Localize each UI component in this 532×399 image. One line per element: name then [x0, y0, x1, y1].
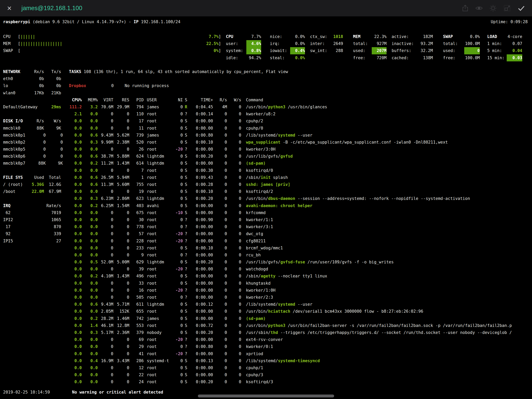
pid: 24 [129, 378, 144, 385]
cpu-time: 0:00.00 [191, 238, 213, 245]
check-icon[interactable] [517, 5, 525, 12]
read-rate: 0 [213, 378, 227, 385]
cpu-time: 0:00.72 [191, 322, 213, 329]
write-rate: 0 [227, 216, 241, 223]
dropbox-message: No running process [114, 82, 532, 89]
process-row: 0.0 0.3 9.90M 2.38M 520 root 0 S 0:00.10… [69, 139, 532, 146]
nice: 0 [172, 258, 183, 265]
close-tab-button[interactable]: × [5, 4, 14, 12]
read-rate: 0 [213, 223, 227, 230]
share-icon[interactable] [462, 5, 469, 12]
col-rs[interactable]: R/s [213, 97, 227, 103]
command: kworker/1:1 [241, 216, 532, 223]
pid: 379 [129, 329, 144, 336]
res-size: 0 [113, 146, 129, 153]
col-mem[interactable]: MEM% [82, 97, 98, 103]
mem-percent: 0.0 [82, 350, 98, 357]
user: systemd-t [144, 357, 172, 364]
pid: 739 [129, 132, 144, 139]
mem-percent: 0.2 [82, 273, 98, 280]
state: S [183, 174, 191, 181]
cpu-time: 0:00.00 [191, 371, 213, 378]
cpu-time: 0:00.28 [191, 181, 213, 188]
read-rate: 0 [213, 230, 227, 237]
res-size: 0 [113, 364, 129, 371]
command: krfcommd [241, 209, 532, 216]
write-rate: 0 [227, 329, 241, 336]
eye-icon[interactable] [475, 5, 483, 12]
col-command[interactable]: Command [241, 97, 532, 103]
read-rate: 0 [213, 273, 227, 280]
command: kworker/0:1 [241, 343, 532, 350]
mem-percent: 0.0 [82, 110, 98, 117]
stat-row: 5 min:0.04 [487, 47, 522, 54]
read-rate: 0 [213, 245, 227, 251]
home-indicator[interactable] [198, 394, 334, 398]
cpu-time: 0:00.00 [191, 287, 213, 294]
res-size: 0 [113, 251, 129, 258]
stat-row: cached:138M [392, 54, 433, 61]
col-ws[interactable]: W/s [227, 97, 241, 103]
nice: -20 [172, 287, 183, 294]
process-row: 0.0 0.3 6.23M 2.86M 623 lightdm 0 S 0:00… [69, 195, 532, 202]
ip-address: 192.168.1.100/24 [139, 19, 180, 24]
pid: 778 [129, 223, 144, 230]
process-row: 0.0 0.0 0 0 16 root -20 ? 0:00.00 0 0 kw… [69, 287, 532, 294]
nice: 0 [172, 322, 183, 329]
user: root [144, 343, 172, 350]
cpu-percent: 0.0 [69, 265, 82, 273]
col-res[interactable]: RES [113, 97, 129, 103]
process-row: 0.0 0.0 0 0 7 root 0 S 0:00.30 0 0 ksoft… [69, 167, 532, 174]
state: S [183, 153, 191, 160]
cpu-time: 0:00.00 [191, 315, 213, 322]
process-row: 0.0 0.0 0 0 24 root 0 S 0:00.20 0 0 ksof… [69, 378, 532, 385]
terminal-screen[interactable]: raspberrypi (debian 9.6 32bit / Linux 4.… [0, 16, 532, 399]
load-stats: LOAD4-core1 min:0.075 min:0.0415 min:0.0… [487, 33, 522, 61]
gear-icon[interactable] [489, 4, 497, 12]
cpu-percent: 0.0 [69, 223, 82, 230]
nice: 0 [172, 371, 183, 378]
user: root [144, 209, 172, 216]
disk-row: mmcblk0p200 [3, 139, 61, 146]
col-pid[interactable]: PID [129, 97, 144, 103]
state: S [183, 245, 191, 251]
col-state[interactable]: S [183, 97, 191, 103]
res-size: 0 [113, 287, 129, 294]
virt-size: 0 [98, 146, 113, 153]
nice: 0 [172, 117, 183, 124]
resize-icon[interactable] [503, 5, 511, 12]
pid: 7 [129, 167, 144, 174]
cpu-time: 0:00.00 [191, 273, 213, 280]
command: /lib/systemd/systemd-timesyncd [241, 357, 532, 364]
command: /sbin/agetty --noclear tty1 linux [241, 273, 532, 280]
col-user[interactable]: USER [144, 97, 172, 103]
disk-row: mmcblk0p500 [3, 146, 61, 153]
cpu-percent: 0.0 [69, 329, 82, 336]
res-size: 12.8M [113, 322, 129, 329]
usage-percent: 22.5% [206, 40, 218, 47]
cpu-percent: 0.0 [69, 308, 82, 315]
col-ni[interactable]: NI [172, 97, 183, 103]
user: root [144, 364, 172, 371]
pid: 520 [129, 139, 144, 146]
cpu-percent: 0.0 [69, 258, 82, 265]
cpu-percent: 0.0 [69, 245, 82, 251]
cpu-time: 0:00.13 [191, 357, 213, 364]
process-row: 0.0 0.5 52.0M 5.00M 629 lightdm 0 S 0:00… [69, 258, 532, 265]
command: kworker/2:3 [241, 294, 532, 301]
virt-size: 9.90M [98, 139, 113, 146]
write-rate: 0 [227, 188, 241, 195]
virt-size: 0 [98, 245, 113, 251]
tab-title[interactable]: james@192.168.1.100 [21, 5, 82, 12]
pid: 17 [129, 117, 144, 124]
stat-row: CPU7.7% [226, 33, 261, 40]
virt-size: 0 [98, 287, 113, 294]
cpu-percent: 111.2 [69, 103, 82, 110]
mem-percent: 1.4 [82, 322, 98, 329]
col-cpu[interactable]: CPU% [69, 97, 82, 103]
virt-size: 0 [98, 167, 113, 174]
col-time[interactable]: TIME+ [191, 97, 213, 103]
col-virt[interactable]: VIRT [98, 97, 113, 103]
nice: 0 [172, 273, 183, 280]
write-rate: 0 [227, 103, 241, 110]
